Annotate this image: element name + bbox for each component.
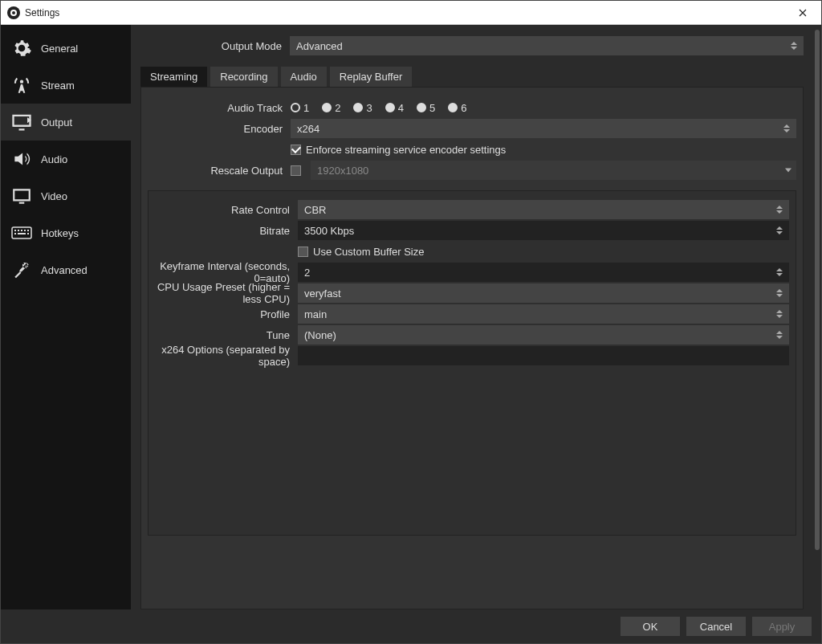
output-mode-label: Output Mode (140, 40, 290, 52)
audio-track-radio-5[interactable] (417, 103, 426, 112)
spinner-arrows-icon[interactable] (776, 222, 787, 238)
chevron-down-icon (785, 169, 791, 173)
sidebar-item-hotkeys[interactable]: Hotkeys (1, 214, 131, 251)
select-arrows-icon (776, 285, 787, 301)
cpu-preset-label: CPU Usage Preset (higher = less CPU) (149, 281, 298, 305)
sidebar-item-general[interactable]: General (1, 30, 131, 67)
select-arrows-icon (783, 120, 795, 137)
sidebar-item-label: Hotkeys (41, 227, 79, 239)
rate-control-select[interactable]: CBR (298, 200, 789, 219)
audio-track-radio-2[interactable] (322, 103, 332, 112)
audio-track-label: Audio Track (141, 102, 291, 114)
audio-track-radio-3[interactable] (353, 103, 363, 112)
x264opts-label: x264 Options (separated by space) (149, 344, 298, 368)
encoder-label: Encoder (141, 123, 291, 135)
select-arrows-icon (776, 306, 787, 322)
enforce-encoder-checkbox[interactable] (291, 145, 301, 155)
cancel-button[interactable]: Cancel (686, 617, 746, 636)
select-arrows-icon (791, 38, 802, 54)
tab-replay-buffer[interactable]: Replay Buffer (330, 67, 413, 87)
output-tabs: Streaming Recording Audio Replay Buffer (140, 67, 804, 87)
app-logo-icon (7, 6, 20, 19)
dialog-footer: OK Cancel Apply (1, 609, 821, 643)
svg-rect-5 (21, 230, 22, 231)
audio-track-radio-6[interactable] (448, 103, 458, 112)
vertical-scrollbar[interactable] (813, 25, 821, 609)
svg-rect-9 (18, 233, 26, 234)
rescale-select: 1920x1080 (311, 161, 796, 180)
client-area: General Stream Output (1, 25, 821, 643)
titlebar: Settings (1, 1, 821, 25)
scrollbar-thumb[interactable] (815, 30, 820, 550)
sidebar-item-label: Output (41, 116, 72, 128)
window-title: Settings (25, 7, 59, 18)
custom-buffer-checkbox[interactable] (298, 247, 308, 257)
sidebar-item-advanced[interactable]: Advanced (1, 251, 131, 288)
sidebar-item-label: Advanced (41, 264, 87, 276)
speaker-icon (10, 148, 33, 170)
audio-track-radio-1[interactable] (291, 103, 300, 112)
output-mode-row: Output Mode Advanced (140, 36, 804, 55)
gear-icon (10, 37, 33, 59)
enforce-encoder-label: Enforce streaming service encoder settin… (306, 144, 506, 156)
svg-rect-3 (14, 230, 16, 231)
sidebar-item-label: Video (41, 190, 67, 202)
profile-label: Profile (149, 308, 298, 320)
antenna-icon (10, 74, 33, 96)
encoder-settings-panel: Rate Control CBR Bitrate (148, 190, 796, 536)
close-button[interactable] (784, 1, 821, 25)
tab-streaming[interactable]: Streaming (140, 67, 207, 87)
keyframe-input[interactable]: 2 (298, 263, 789, 282)
rate-control-label: Rate Control (149, 204, 298, 216)
output-mode-select[interactable]: Advanced (290, 36, 804, 55)
svg-rect-6 (24, 230, 26, 231)
bitrate-input[interactable]: 3500 Kbps (298, 221, 789, 240)
svg-rect-7 (27, 230, 29, 231)
sidebar-item-video[interactable]: Video (1, 177, 131, 214)
sidebar-item-label: Stream (41, 79, 75, 92)
tools-icon (10, 259, 33, 281)
streaming-panel: Audio Track 1 2 3 4 5 6 (140, 87, 804, 609)
sidebar: General Stream Output (1, 25, 131, 609)
custom-buffer-label: Use Custom Buffer Size (313, 246, 424, 258)
tab-recording[interactable]: Recording (210, 67, 277, 87)
rescale-label: Rescale Output (141, 165, 291, 177)
svg-point-1 (12, 11, 15, 14)
profile-select[interactable]: main (298, 304, 789, 324)
tab-audio[interactable]: Audio (281, 67, 327, 87)
sidebar-item-label: Audio (41, 153, 67, 165)
select-arrows-icon (776, 202, 787, 218)
svg-rect-10 (27, 233, 29, 234)
sidebar-item-stream[interactable]: Stream (1, 67, 131, 104)
spinner-arrows-icon[interactable] (776, 264, 787, 280)
ok-button[interactable]: OK (621, 617, 680, 636)
sidebar-item-audio[interactable]: Audio (1, 141, 131, 177)
select-arrows-icon (776, 327, 787, 343)
bitrate-label: Bitrate (149, 225, 298, 237)
sidebar-item-output[interactable]: Output (1, 104, 131, 141)
monitor-icon (10, 185, 33, 207)
svg-rect-4 (18, 230, 19, 231)
close-icon (799, 9, 807, 17)
output-mode-value: Advanced (296, 40, 343, 52)
audio-track-group: 1 2 3 4 5 6 (291, 102, 796, 114)
settings-window: Settings General Stream (0, 0, 822, 644)
encoder-select[interactable]: x264 (291, 119, 796, 138)
tune-select[interactable]: (None) (298, 325, 789, 344)
sidebar-item-label: General (41, 43, 78, 55)
x264opts-input[interactable] (298, 346, 789, 365)
cpu-preset-select[interactable]: veryfast (298, 283, 789, 303)
tune-label: Tune (149, 329, 298, 341)
svg-rect-8 (14, 233, 16, 234)
monitor-output-icon (10, 111, 33, 133)
content-area: Output Mode Advanced Streaming Recording… (131, 25, 813, 609)
keyboard-icon (10, 222, 33, 244)
rescale-checkbox[interactable] (291, 165, 301, 176)
apply-button[interactable]: Apply (752, 617, 812, 636)
audio-track-radio-4[interactable] (385, 103, 395, 112)
